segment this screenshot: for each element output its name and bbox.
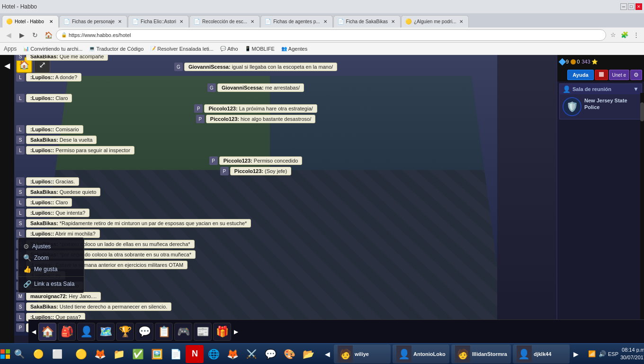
- refresh-button[interactable]: ↻: [29, 29, 41, 41]
- extensions-icon[interactable]: 🧩: [619, 30, 630, 40]
- users-prev-button[interactable]: ◀: [323, 350, 332, 358]
- msg-bubble-19: :Lupilos:: Claro: [26, 198, 72, 207]
- room-card-chevron-icon[interactable]: ▼: [633, 86, 639, 92]
- taskbar-firefox-icon[interactable]: 🦊: [224, 345, 242, 363]
- tab-close-3[interactable]: ✕: [178, 18, 185, 25]
- settings-button[interactable]: ⚙: [630, 70, 642, 80]
- taskbar-user-antonioloko[interactable]: 👤 AntonioLoko: [393, 345, 449, 364]
- menu-ajustes-label: Ajustes: [32, 243, 51, 250]
- msg-avatar-12: L: [16, 125, 25, 134]
- tab-title-1: Hotel - Habbo: [15, 19, 44, 24]
- taskbar-user-illidanstormra[interactable]: 🧑 IllidanStormra: [451, 345, 511, 364]
- taskbar-check-icon[interactable]: ✅: [129, 345, 147, 363]
- tab-close-6[interactable]: ✕: [390, 18, 396, 25]
- taskbar-netflix-icon[interactable]: N: [186, 345, 204, 363]
- game-nav-icon-avatar[interactable]: 👤: [77, 323, 95, 341]
- help-button[interactable]: Ayuda: [567, 70, 593, 80]
- windows-start-button[interactable]: [0, 344, 10, 364]
- menu-megusta[interactable]: 👍 Me gusta: [18, 264, 84, 275]
- bookmark-convirtiendo[interactable]: 📊 Convirtiendo tu archi...: [21, 45, 84, 53]
- forward-button[interactable]: ▶: [16, 29, 27, 41]
- bookmarks-bar: Apps 📊 Convirtiendo tu archi... 💻 Traduc…: [0, 43, 644, 55]
- tab-close-2[interactable]: ✕: [116, 18, 123, 25]
- taskbar-photo-icon[interactable]: 🖼️: [148, 345, 166, 363]
- left-sidebar-arrow[interactable]: ◀: [1, 60, 13, 71]
- game-nav-icon-map[interactable]: 🗺️: [97, 323, 115, 341]
- msg-bubble-5: SakaBikas: Que me acompañe: [26, 55, 108, 61]
- tab-recoleccion[interactable]: 📄 Recolección de esc... ✕: [189, 15, 260, 27]
- bookmark-agentes[interactable]: 👥 Agentes: [279, 45, 309, 53]
- game-nav-icon-gift[interactable]: 🎁: [213, 323, 231, 341]
- red-button[interactable]: [595, 70, 608, 80]
- game-nav-icon-bag[interactable]: 🎒: [58, 323, 76, 341]
- currency-display: 9 0 343 ⭐: [560, 59, 598, 65]
- user-avatar-wiliye: 🧑: [338, 346, 353, 363]
- scrollbar-thumb[interactable]: [640, 102, 644, 121]
- language-indicator[interactable]: ESP: [608, 351, 618, 357]
- taskbar-battlefield-icon[interactable]: ⚔️: [242, 345, 260, 363]
- game-nav-icon-catalog[interactable]: 📋: [155, 323, 173, 341]
- volume-icon[interactable]: 🔊: [599, 350, 606, 357]
- coin-badge: 0: [571, 59, 580, 64]
- minimize-button[interactable]: ─: [620, 3, 627, 10]
- tab-ficha-elio[interactable]: 📄 Ficha Elio::Astori ✕: [128, 15, 189, 27]
- msg-avatar-8: G: [207, 83, 216, 92]
- tab-fichas-agentes[interactable]: 📄 Fichas de agentes p... ✕: [260, 15, 332, 27]
- tab-ficha-sakabikas[interactable]: 📄 Ficha de SakaBikas ✕: [333, 15, 401, 27]
- taskbar-icon-search[interactable]: 🔍: [10, 345, 28, 363]
- users-next-button[interactable]: ▶: [572, 350, 581, 358]
- taskbar-folder2-icon[interactable]: 📂: [299, 345, 317, 363]
- taskbar-habbo-icon[interactable]: 🟡: [72, 345, 90, 363]
- network-icon[interactable]: 📶: [588, 350, 596, 357]
- taskbar-doc-icon[interactable]: 📄: [167, 345, 185, 363]
- taskbar-chrome-icon[interactable]: 🌐: [205, 345, 223, 363]
- taskbar-skype-icon[interactable]: 💬: [261, 345, 279, 363]
- menu-link-sala[interactable]: 🔗 Link a esta Sala: [18, 278, 84, 290]
- maximize-button[interactable]: □: [628, 3, 635, 10]
- game-nav-icon-games[interactable]: 🎮: [174, 323, 192, 341]
- msg-avatar-20: L: [16, 209, 25, 217]
- game-nav-next-arrow[interactable]: ▶: [233, 323, 239, 341]
- room-person-icon: 👤: [563, 85, 571, 93]
- game-nav-icon-room[interactable]: 🏠: [38, 323, 56, 341]
- game-nav-icon-trophy[interactable]: 🏆: [116, 323, 134, 341]
- taskbar-paint-icon[interactable]: 🎨: [280, 345, 298, 363]
- bookmark-icon[interactable]: ☆: [608, 30, 618, 40]
- unet-button[interactable]: Unet e: [609, 70, 629, 80]
- bookmark-label-3: Resolver Ensalada leti...: [157, 46, 214, 52]
- tab-favicon-6: 📄: [338, 18, 344, 25]
- taskbar-user-djklk44[interactable]: 👤 djklk44: [513, 345, 570, 364]
- bookmark-traductor[interactable]: 💻 Traductor de Código: [87, 45, 145, 53]
- bookmark-favicon-6: 👥: [281, 46, 287, 51]
- game-nav-icon-chat[interactable]: 💬: [135, 323, 153, 341]
- tab-hotel-habbo[interactable]: 🟡 Hotel - Habbo ✕: [2, 15, 59, 27]
- game-nav-icon-news[interactable]: 📰: [194, 323, 212, 341]
- tab-close-4[interactable]: ✕: [249, 18, 256, 25]
- taskbar-explorer-icon[interactable]: 📁: [110, 345, 128, 363]
- bookmark-moblife[interactable]: 📱 MOBLIFE: [243, 45, 277, 53]
- address-bar[interactable]: 🔒 https://www.habbo.es/hotel: [56, 29, 606, 41]
- tab-alguien[interactable]: 🟡 ¿Alguien me podri... ✕: [401, 15, 469, 27]
- msg-12: L :Lupilos:: Comisario: [16, 125, 495, 134]
- menu-ajustes[interactable]: ⚙ Ajustes: [18, 241, 84, 252]
- game-nav-prev-arrow[interactable]: ◀: [30, 323, 37, 341]
- bookmark-atho[interactable]: 💬 Atho: [218, 45, 240, 53]
- taskbar-user-wiliye[interactable]: 🧑 wiliye: [334, 345, 391, 364]
- home-button[interactable]: 🏠: [43, 29, 54, 41]
- taskbar-icon-cortana[interactable]: 🟡: [29, 345, 47, 363]
- back-button[interactable]: ◀: [3, 29, 14, 41]
- tab-fichas-personaje[interactable]: 📄 Fichas de personaje ✕: [59, 15, 127, 27]
- taskbar-cortana-icon[interactable]: 🦊: [91, 345, 109, 363]
- close-button[interactable]: ✕: [635, 3, 642, 10]
- taskbar-icon-taskview[interactable]: ⬜: [48, 345, 66, 363]
- msg-24: S SakaBikas: *por segundo coloco la otra…: [16, 250, 495, 259]
- tab-close-7[interactable]: ✕: [458, 18, 465, 25]
- tab-close-1[interactable]: ✕: [48, 18, 54, 25]
- scrollbar-track[interactable]: [640, 93, 644, 336]
- clock-display[interactable]: 08:14 p.m. 30/07/2017: [620, 346, 644, 361]
- menu-zoom[interactable]: 🔍 Zoom: [18, 252, 84, 264]
- bookmark-resolver[interactable]: 📝 Resolver Ensalada leti...: [148, 45, 215, 53]
- tab-close-5[interactable]: ✕: [322, 18, 329, 25]
- menu-icon[interactable]: ⋮: [631, 30, 641, 40]
- msg-29: S SakaBikas: Usted tiene derecho a perma…: [16, 302, 495, 311]
